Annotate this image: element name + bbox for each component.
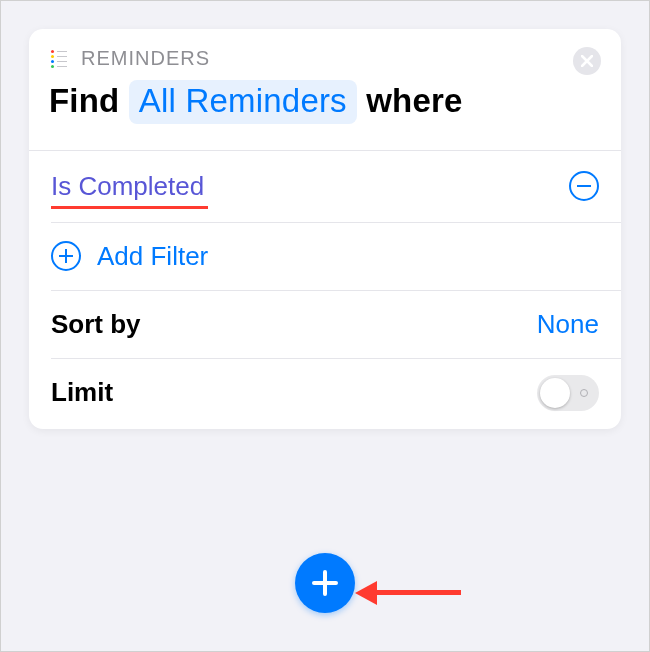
add-filter-label: Add Filter [97,241,208,272]
toggle-off-indicator-icon [580,389,588,397]
close-button[interactable] [573,47,601,75]
where-label: where [366,82,462,119]
filter-row[interactable]: Is Completed [29,151,621,222]
annotation-underline [51,206,208,209]
filter-label[interactable]: Is Completed [51,171,204,202]
source-token[interactable]: All Reminders [129,80,357,124]
minus-icon [577,185,591,187]
limit-label: Limit [51,377,113,408]
reminders-app-icon [49,49,69,69]
add-filter-row[interactable]: Add Filter [29,223,621,290]
annotation-arrow [371,590,461,595]
remove-filter-button[interactable] [569,171,599,201]
sort-value[interactable]: None [537,309,599,340]
limit-toggle[interactable] [537,375,599,411]
card-header: REMINDERS [29,29,621,80]
action-card: REMINDERS Find All Reminders where Is Co… [29,29,621,429]
sort-row[interactable]: Sort by None [29,291,621,358]
close-icon [581,55,593,67]
limit-row: Limit [29,359,621,429]
add-action-button[interactable] [295,553,355,613]
find-label: Find [49,82,119,119]
query-row: Find All Reminders where [29,80,621,150]
toggle-knob [540,378,570,408]
sort-by-label: Sort by [51,309,141,340]
plus-circle-icon [51,241,81,271]
app-name-label: REMINDERS [81,47,210,70]
